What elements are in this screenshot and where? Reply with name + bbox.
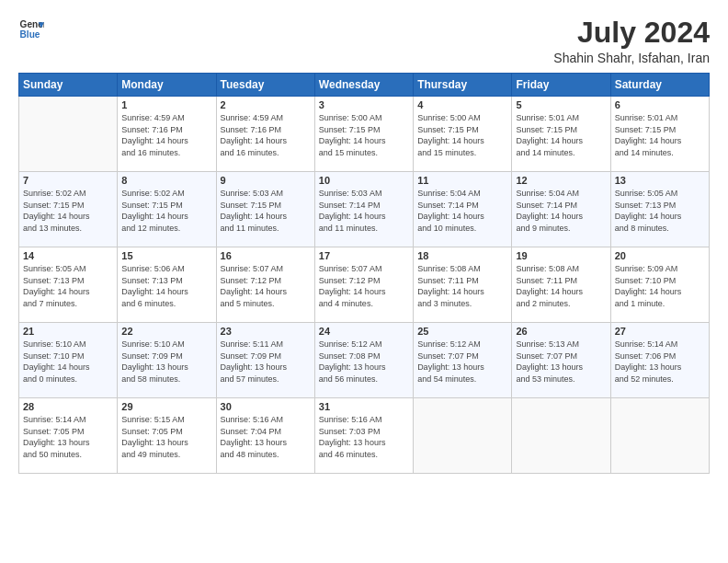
header-row: Sunday Monday Tuesday Wednesday Thursday… <box>19 74 710 97</box>
day-info: Sunrise: 5:11 AM Sunset: 7:09 PM Dayligh… <box>221 339 311 385</box>
day-number: 10 <box>319 175 409 186</box>
day-number: 7 <box>23 175 113 186</box>
day-number: 11 <box>417 175 507 186</box>
calendar-table: Sunday Monday Tuesday Wednesday Thursday… <box>18 73 710 474</box>
day-cell: 2Sunrise: 4:59 AM Sunset: 7:16 PM Daylig… <box>216 97 314 172</box>
day-number: 26 <box>516 326 606 337</box>
day-cell: 17Sunrise: 5:07 AM Sunset: 7:12 PM Dayli… <box>314 247 413 323</box>
day-number: 16 <box>221 250 311 261</box>
day-info: Sunrise: 5:09 AM Sunset: 7:10 PM Dayligh… <box>615 263 705 309</box>
location: Shahin Shahr, Isfahan, Iran <box>553 51 710 65</box>
day-info: Sunrise: 5:10 AM Sunset: 7:09 PM Dayligh… <box>121 339 211 385</box>
day-cell: 26Sunrise: 5:13 AM Sunset: 7:07 PM Dayli… <box>512 323 610 398</box>
day-info: Sunrise: 5:03 AM Sunset: 7:15 PM Dayligh… <box>221 188 311 234</box>
day-cell: 14Sunrise: 5:05 AM Sunset: 7:13 PM Dayli… <box>19 247 118 323</box>
calendar-page: General Blue July 2024 Shahin Shahr, Isf… <box>0 0 728 563</box>
day-number: 15 <box>121 250 211 261</box>
day-cell: 8Sunrise: 5:02 AM Sunset: 7:15 PM Daylig… <box>118 172 216 247</box>
day-info: Sunrise: 5:12 AM Sunset: 7:07 PM Dayligh… <box>417 339 507 385</box>
logo-icon: General Blue <box>18 17 44 42</box>
day-info: Sunrise: 5:02 AM Sunset: 7:15 PM Dayligh… <box>121 188 211 234</box>
day-info: Sunrise: 5:07 AM Sunset: 7:12 PM Dayligh… <box>221 263 311 309</box>
title-block: July 2024 Shahin Shahr, Isfahan, Iran <box>553 17 710 65</box>
week-row-4: 28Sunrise: 5:14 AM Sunset: 7:05 PM Dayli… <box>19 398 710 474</box>
day-cell: 10Sunrise: 5:03 AM Sunset: 7:14 PM Dayli… <box>314 172 413 247</box>
day-number: 25 <box>417 326 507 337</box>
day-cell: 12Sunrise: 5:04 AM Sunset: 7:14 PM Dayli… <box>512 172 610 247</box>
day-number: 31 <box>319 401 409 412</box>
day-number: 17 <box>319 250 409 261</box>
day-info: Sunrise: 5:03 AM Sunset: 7:14 PM Dayligh… <box>319 188 409 234</box>
day-number: 12 <box>516 175 606 186</box>
svg-text:Blue: Blue <box>20 29 40 40</box>
day-info: Sunrise: 5:05 AM Sunset: 7:13 PM Dayligh… <box>23 263 113 309</box>
day-cell: 13Sunrise: 5:05 AM Sunset: 7:13 PM Dayli… <box>610 172 709 247</box>
day-info: Sunrise: 5:15 AM Sunset: 7:05 PM Dayligh… <box>121 414 211 460</box>
day-cell: 23Sunrise: 5:11 AM Sunset: 7:09 PM Dayli… <box>216 323 314 398</box>
month-year: July 2024 <box>553 17 710 49</box>
day-info: Sunrise: 5:14 AM Sunset: 7:06 PM Dayligh… <box>615 339 705 385</box>
day-number: 4 <box>417 99 507 110</box>
day-cell: 9Sunrise: 5:03 AM Sunset: 7:15 PM Daylig… <box>216 172 314 247</box>
day-cell: 7Sunrise: 5:02 AM Sunset: 7:15 PM Daylig… <box>19 172 118 247</box>
day-info: Sunrise: 5:04 AM Sunset: 7:14 PM Dayligh… <box>417 188 507 234</box>
day-info: Sunrise: 5:08 AM Sunset: 7:11 PM Dayligh… <box>516 263 606 309</box>
day-cell: 22Sunrise: 5:10 AM Sunset: 7:09 PM Dayli… <box>118 323 216 398</box>
week-row-0: 1Sunrise: 4:59 AM Sunset: 7:16 PM Daylig… <box>19 97 710 172</box>
day-number: 19 <box>516 250 606 261</box>
day-cell: 11Sunrise: 5:04 AM Sunset: 7:14 PM Dayli… <box>414 172 512 247</box>
day-cell: 15Sunrise: 5:06 AM Sunset: 7:13 PM Dayli… <box>118 247 216 323</box>
day-cell: 16Sunrise: 5:07 AM Sunset: 7:12 PM Dayli… <box>216 247 314 323</box>
day-cell: 27Sunrise: 5:14 AM Sunset: 7:06 PM Dayli… <box>610 323 709 398</box>
col-saturday: Saturday <box>610 74 709 97</box>
day-info: Sunrise: 5:14 AM Sunset: 7:05 PM Dayligh… <box>23 414 113 460</box>
day-number: 6 <box>615 99 705 110</box>
day-cell: 4Sunrise: 5:00 AM Sunset: 7:15 PM Daylig… <box>414 97 512 172</box>
day-number: 24 <box>319 326 409 337</box>
col-monday: Monday <box>118 74 216 97</box>
day-cell: 30Sunrise: 5:16 AM Sunset: 7:04 PM Dayli… <box>216 398 314 474</box>
day-cell: 18Sunrise: 5:08 AM Sunset: 7:11 PM Dayli… <box>414 247 512 323</box>
day-number: 3 <box>319 99 409 110</box>
day-info: Sunrise: 5:02 AM Sunset: 7:15 PM Dayligh… <box>23 188 113 234</box>
day-number: 1 <box>121 99 211 110</box>
day-number: 14 <box>23 250 113 261</box>
day-cell: 1Sunrise: 4:59 AM Sunset: 7:16 PM Daylig… <box>118 97 216 172</box>
day-cell: 29Sunrise: 5:15 AM Sunset: 7:05 PM Dayli… <box>118 398 216 474</box>
col-friday: Friday <box>512 74 610 97</box>
day-cell: 5Sunrise: 5:01 AM Sunset: 7:15 PM Daylig… <box>512 97 610 172</box>
day-number: 5 <box>516 99 606 110</box>
day-info: Sunrise: 5:08 AM Sunset: 7:11 PM Dayligh… <box>417 263 507 309</box>
day-info: Sunrise: 5:13 AM Sunset: 7:07 PM Dayligh… <box>516 339 606 385</box>
week-row-2: 14Sunrise: 5:05 AM Sunset: 7:13 PM Dayli… <box>19 247 710 323</box>
col-thursday: Thursday <box>414 74 512 97</box>
day-cell: 24Sunrise: 5:12 AM Sunset: 7:08 PM Dayli… <box>314 323 413 398</box>
day-number: 22 <box>121 326 211 337</box>
day-number: 9 <box>221 175 311 186</box>
day-cell: 6Sunrise: 5:01 AM Sunset: 7:15 PM Daylig… <box>610 97 709 172</box>
day-info: Sunrise: 4:59 AM Sunset: 7:16 PM Dayligh… <box>221 112 311 158</box>
day-number: 21 <box>23 326 113 337</box>
day-info: Sunrise: 5:10 AM Sunset: 7:10 PM Dayligh… <box>23 339 113 385</box>
day-info: Sunrise: 5:06 AM Sunset: 7:13 PM Dayligh… <box>121 263 211 309</box>
header: General Blue July 2024 Shahin Shahr, Isf… <box>18 17 710 65</box>
day-number: 30 <box>221 401 311 412</box>
day-info: Sunrise: 5:16 AM Sunset: 7:04 PM Dayligh… <box>221 414 311 460</box>
day-number: 28 <box>23 401 113 412</box>
day-info: Sunrise: 5:04 AM Sunset: 7:14 PM Dayligh… <box>516 188 606 234</box>
day-cell: 19Sunrise: 5:08 AM Sunset: 7:11 PM Dayli… <box>512 247 610 323</box>
day-number: 23 <box>221 326 311 337</box>
day-info: Sunrise: 5:00 AM Sunset: 7:15 PM Dayligh… <box>319 112 409 158</box>
day-cell: 31Sunrise: 5:16 AM Sunset: 7:03 PM Dayli… <box>314 398 413 474</box>
logo: General Blue <box>18 17 44 42</box>
day-cell <box>512 398 610 474</box>
day-info: Sunrise: 5:07 AM Sunset: 7:12 PM Dayligh… <box>319 263 409 309</box>
week-row-1: 7Sunrise: 5:02 AM Sunset: 7:15 PM Daylig… <box>19 172 710 247</box>
day-info: Sunrise: 5:12 AM Sunset: 7:08 PM Dayligh… <box>319 339 409 385</box>
day-cell: 28Sunrise: 5:14 AM Sunset: 7:05 PM Dayli… <box>19 398 118 474</box>
day-cell: 3Sunrise: 5:00 AM Sunset: 7:15 PM Daylig… <box>314 97 413 172</box>
day-info: Sunrise: 5:05 AM Sunset: 7:13 PM Dayligh… <box>615 188 705 234</box>
day-cell: 20Sunrise: 5:09 AM Sunset: 7:10 PM Dayli… <box>610 247 709 323</box>
day-cell <box>19 97 118 172</box>
day-number: 20 <box>615 250 705 261</box>
